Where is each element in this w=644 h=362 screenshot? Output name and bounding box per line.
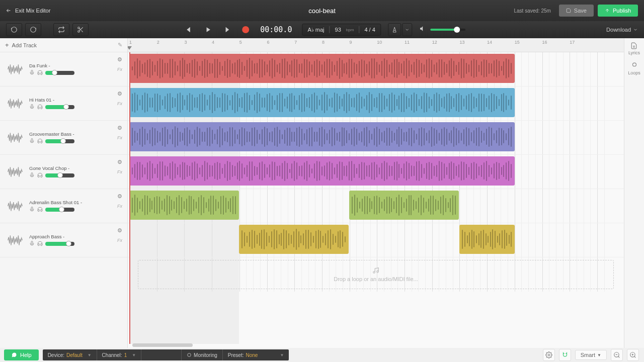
mute-icon[interactable] — [29, 241, 35, 246]
track-lane[interactable] — [128, 52, 624, 86]
track-volume-slider[interactable] — [45, 173, 74, 177]
metronome-options-button[interactable] — [402, 23, 412, 36]
track-header[interactable]: Approach Bass - ⚙ Fx — [0, 223, 127, 257]
track-fx-button[interactable]: Fx — [117, 238, 122, 243]
add-track-button[interactable]: + Add Track — [5, 41, 37, 49]
solo-icon[interactable] — [37, 207, 43, 212]
scissors-icon — [77, 26, 84, 33]
dropzone-label: Drop a loop or an audio/MIDI file... — [334, 276, 418, 282]
track-header[interactable]: Da Funk - ⚙ Fx — [0, 52, 127, 86]
help-button[interactable]: Help — [4, 349, 39, 360]
metronome-button[interactable] — [388, 23, 401, 36]
track-lane[interactable] — [128, 189, 624, 223]
loops-panel-button[interactable]: Loops — [628, 62, 640, 75]
track-fx-button[interactable]: Fx — [117, 67, 122, 72]
chat-icon — [11, 352, 17, 358]
channel-selector[interactable]: Channel: 1 ▼ — [97, 349, 142, 360]
playhead-line[interactable] — [129, 52, 130, 344]
zoom-out-button[interactable] — [611, 349, 623, 361]
top-bar: Exit Mix Editor cool-beat Last saved: 25… — [0, 0, 644, 21]
track-fx-button[interactable]: Fx — [117, 135, 122, 140]
loop-button[interactable] — [53, 23, 69, 36]
track-settings-button[interactable]: ⚙ — [117, 193, 122, 200]
preset-selector[interactable]: Preset: None ▼ — [223, 349, 289, 360]
audio-clip[interactable] — [129, 88, 515, 117]
solo-icon[interactable] — [37, 70, 43, 75]
play-button[interactable] — [199, 23, 217, 36]
audio-clip[interactable] — [349, 191, 459, 220]
record-button[interactable] — [239, 23, 252, 36]
master-volume-slider[interactable] — [430, 29, 465, 31]
audio-clip[interactable] — [129, 156, 515, 186]
settings-button[interactable] — [543, 349, 555, 361]
track-type-icon — [4, 161, 26, 183]
automation-toggle[interactable]: ✎ — [118, 42, 122, 48]
track-volume-slider[interactable] — [45, 208, 74, 212]
track-type-icon — [4, 229, 26, 251]
exit-icon — [6, 8, 12, 14]
track-header[interactable]: Gone Vocal Chop - ⚙ Fx — [0, 155, 127, 189]
magnet-icon — [561, 351, 569, 358]
solo-icon[interactable] — [37, 104, 43, 110]
cut-button[interactable] — [72, 23, 89, 36]
save-button[interactable]: Save — [559, 5, 594, 17]
track-settings-button[interactable]: ⚙ — [117, 56, 122, 63]
monitoring-toggle[interactable]: Monitoring — [182, 349, 223, 360]
track-fx-button[interactable]: Fx — [117, 169, 122, 174]
download-button[interactable]: Download — [606, 27, 638, 33]
undo-button[interactable] — [6, 23, 22, 36]
track-lane[interactable] — [128, 86, 624, 121]
timeline-area[interactable]: 1234567891011121314151617 Drop a loop or… — [128, 38, 624, 348]
publish-button[interactable]: Publish — [598, 5, 638, 17]
track-header[interactable]: Hi Hats 01 - ⚙ Fx — [0, 86, 127, 121]
timeline-ruler[interactable]: 1234567891011121314151617 — [128, 38, 624, 52]
zoom-in-icon — [629, 351, 636, 358]
master-volume-knob[interactable] — [454, 27, 460, 33]
solo-icon[interactable] — [37, 172, 43, 178]
track-settings-button[interactable]: ⚙ — [117, 227, 122, 234]
magnet-button[interactable] — [559, 349, 571, 361]
track-volume-slider[interactable] — [45, 242, 74, 246]
track-settings-button[interactable]: ⚙ — [117, 125, 122, 131]
audio-clip[interactable] — [129, 122, 515, 151]
skip-forward-button[interactable] — [219, 23, 237, 36]
horizontal-scrollbar[interactable] — [132, 343, 193, 347]
playhead-indicator[interactable] — [128, 46, 132, 50]
song-info-panel[interactable]: A♭ maj 93 bpm 4 / 4 — [302, 24, 380, 36]
track-settings-button[interactable]: ⚙ — [117, 90, 122, 97]
lyrics-panel-button[interactable]: Lyrics — [628, 42, 640, 55]
solo-icon[interactable] — [37, 241, 43, 246]
mute-icon[interactable] — [29, 172, 35, 178]
snap-mode-selector[interactable]: Smart▼ — [575, 350, 607, 360]
track-lane[interactable] — [128, 121, 624, 155]
dropzone-track[interactable]: Drop a loop or an audio/MIDI file... — [128, 257, 624, 292]
audio-clip[interactable] — [459, 225, 515, 254]
track-volume-slider[interactable] — [45, 139, 74, 143]
track-lane[interactable] — [128, 223, 624, 257]
track-fx-button[interactable]: Fx — [117, 101, 122, 106]
skip-back-button[interactable] — [179, 23, 197, 36]
mute-icon[interactable] — [29, 70, 35, 75]
device-selector[interactable]: Device: Default ▼ — [43, 349, 97, 360]
track-header[interactable]: Groovemaster Bass - ⚙ Fx — [0, 121, 127, 155]
track-settings-button[interactable]: ⚙ — [117, 159, 122, 165]
mute-icon[interactable] — [29, 104, 35, 110]
solo-icon[interactable] — [37, 138, 43, 144]
audio-clip[interactable] — [129, 191, 239, 220]
track-name: Adrenalin Bass Shot 01 - — [29, 200, 123, 205]
mute-icon[interactable] — [29, 138, 35, 144]
music-note-icon — [372, 267, 379, 274]
audio-clip[interactable] — [239, 225, 349, 254]
ruler-mark: 10 — [377, 40, 382, 45]
track-header[interactable]: Adrenalin Bass Shot 01 - ⚙ Fx — [0, 189, 127, 223]
track-volume-slider[interactable] — [45, 71, 74, 75]
exit-mix-editor-link[interactable]: Exit Mix Editor — [6, 8, 50, 14]
mute-icon[interactable] — [29, 207, 35, 212]
redo-button[interactable] — [25, 23, 41, 36]
audio-clip[interactable] — [129, 54, 515, 83]
zoom-in-button[interactable] — [627, 349, 639, 361]
track-fx-button[interactable]: Fx — [117, 204, 122, 209]
ruler-mark: 6 — [267, 40, 270, 45]
track-volume-slider[interactable] — [45, 105, 74, 109]
track-lane[interactable] — [128, 155, 624, 189]
